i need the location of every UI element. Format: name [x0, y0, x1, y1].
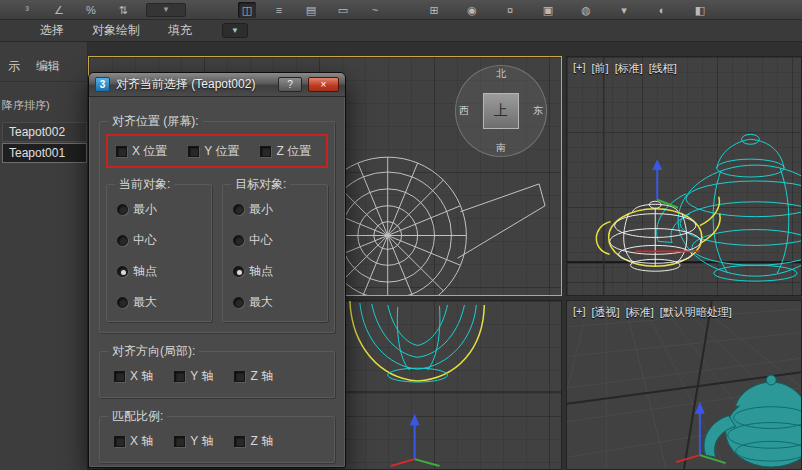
viewport-front[interactable]: [+] [前] [标准] [线框] — [566, 56, 802, 296]
populate-flyout-button[interactable]: ▼ — [222, 23, 248, 38]
checkbox-x-position[interactable]: X 位置 — [116, 143, 167, 160]
checkbox-x-axis-orientation[interactable]: X 轴 — [114, 368, 153, 385]
checkbox-label: Z 轴 — [250, 368, 273, 385]
target-object-label: 目标对象: — [231, 176, 290, 193]
close-button[interactable]: × — [308, 77, 339, 92]
current-object-group: 当前对象: 最小 中心 轴 — [106, 176, 212, 322]
menu-display[interactable]: 示 — [8, 58, 20, 75]
ribbon-toggle-icon[interactable]: ▭ — [334, 2, 352, 18]
radio-center-target[interactable]: 中心 — [233, 232, 321, 249]
match-scale-label: 匹配比例: — [108, 408, 167, 425]
checkbox-box — [114, 371, 125, 382]
checkbox-box — [260, 146, 271, 157]
selection-set-dropdown[interactable]: ▼ — [146, 3, 186, 17]
dialog-title: 对齐当前选择 (Teapot002) — [116, 76, 272, 93]
compass-west-label[interactable]: 西 — [459, 104, 469, 118]
perspective-view-canvas — [567, 301, 801, 469]
target-object-group: 目标对象: 最小 中心 轴 — [222, 176, 328, 322]
object-list: Teapot002 Teapot001 — [0, 122, 87, 163]
radio-maximum-target[interactable]: 最大 — [233, 294, 321, 311]
viewport-name-label[interactable]: [透视] — [592, 305, 620, 320]
percent-snap-icon[interactable]: % — [82, 2, 100, 18]
radio-label: 最小 — [133, 201, 157, 218]
checkbox-box — [174, 436, 185, 447]
orientation-checkbox-row: X 轴 Y 轴 Z 轴 — [106, 364, 328, 387]
checkbox-x-axis-scale[interactable]: X 轴 — [114, 433, 153, 450]
compass-south-label[interactable]: 南 — [496, 141, 506, 155]
radio-label: 轴点 — [133, 263, 157, 280]
checkbox-z-axis-scale[interactable]: Z 轴 — [234, 433, 273, 450]
radio-pivot-current[interactable]: 轴点 — [117, 263, 205, 280]
viewcube-compass[interactable]: 北 东 南 西 上 — [455, 65, 547, 157]
align-position-label: 对齐位置 (屏幕): — [108, 113, 203, 130]
sort-order-label: 降序排序) — [0, 82, 87, 121]
viewport-name-label[interactable]: [前] — [592, 61, 609, 76]
schematic-view-icon[interactable]: ⊞ — [425, 2, 443, 18]
radio-label: 最大 — [133, 294, 157, 311]
checkbox-y-position[interactable]: Y 位置 — [188, 143, 239, 160]
compass-east-label[interactable]: 东 — [533, 104, 543, 118]
render-flyout-icon[interactable]: ▾ — [615, 2, 633, 18]
align-orientation-group: 对齐方向(局部): X 轴 Y 轴 Z 轴 — [99, 343, 335, 398]
checkbox-y-axis-scale[interactable]: Y 轴 — [174, 433, 213, 450]
checkbox-label: Z 轴 — [250, 433, 273, 450]
radio-label: 最大 — [249, 294, 273, 311]
mirror-icon[interactable]: ◫ — [238, 2, 256, 18]
material-editor-icon[interactable]: ◉ — [463, 2, 481, 18]
render-icon[interactable]: ◍ — [577, 2, 595, 18]
spinner-snap-icon[interactable]: ⇅ — [114, 2, 132, 18]
checkbox-box — [234, 371, 245, 382]
radio-circle — [233, 204, 244, 215]
viewport-shading-label[interactable]: [默认明暗处理] — [660, 305, 732, 320]
layer-manager-icon[interactable]: ▤ — [302, 2, 320, 18]
radio-maximum-current[interactable]: 最大 — [117, 294, 205, 311]
radio-center-current[interactable]: 中心 — [117, 232, 205, 249]
align-icon[interactable]: ≡ — [270, 2, 288, 18]
checkbox-z-position[interactable]: Z 位置 — [260, 143, 311, 160]
checkbox-z-axis-orientation[interactable]: Z 轴 — [234, 368, 273, 385]
preferences-icon[interactable]: ◧ — [691, 2, 709, 18]
explorer-menubar: 示 编辑 — [0, 42, 87, 82]
radio-label: 轴点 — [249, 263, 273, 280]
viewcube-top-face[interactable]: 上 — [483, 93, 519, 129]
snaps-toggle-icon[interactable]: ³ — [18, 2, 36, 18]
rendered-frame-icon[interactable]: ▣ — [539, 2, 557, 18]
scale-checkbox-row: X 轴 Y 轴 Z 轴 — [106, 429, 328, 452]
viewport-menu-plus[interactable]: [+] — [573, 305, 586, 320]
list-item-teapot001[interactable]: Teapot001 — [2, 143, 87, 163]
checkbox-y-axis-orientation[interactable]: Y 轴 — [174, 368, 213, 385]
dialog-titlebar[interactable]: 3 对齐当前选择 (Teapot002) ? × — [89, 73, 345, 97]
align-dialog: 3 对齐当前选择 (Teapot002) ? × 对齐位置 (屏幕): X 位置… — [88, 72, 346, 468]
viewport-perspective[interactable]: [+] [透视] [标准] [默认明暗处理] — [566, 300, 802, 470]
radio-label: 中心 — [249, 232, 273, 249]
help-button[interactable]: ? — [278, 77, 302, 92]
menu-edit[interactable]: 编辑 — [36, 58, 60, 75]
viewport-standard-label[interactable]: [标准] — [615, 61, 643, 76]
checkbox-label: X 位置 — [132, 143, 167, 160]
checkbox-box — [174, 371, 185, 382]
radio-minimum-current[interactable]: 最小 — [117, 201, 205, 218]
dialog-button-row: 应用 确定 取消 — [99, 463, 335, 470]
front-view-wireframe — [567, 57, 801, 295]
radio-circle — [117, 297, 128, 308]
angle-snap-icon[interactable]: ∠ — [50, 2, 68, 18]
checkbox-label: Y 轴 — [190, 433, 213, 450]
viewport-standard-label[interactable]: [标准] — [626, 305, 654, 320]
curve-editor-icon[interactable]: ~ — [366, 2, 384, 18]
list-item-teapot002[interactable]: Teapot002 — [2, 122, 87, 142]
viewport-menu-plus[interactable]: [+] — [573, 61, 586, 76]
tab-populate[interactable]: 填充 — [154, 20, 206, 41]
compass-north-label[interactable]: 北 — [496, 67, 506, 81]
radio-minimum-target[interactable]: 最小 — [233, 201, 321, 218]
viewport-label-bar: [+] [前] [标准] [线框] — [573, 61, 677, 76]
render-setup-icon[interactable]: ¤ — [501, 2, 519, 18]
tab-select[interactable]: 选择 — [26, 20, 78, 41]
tab-object-paint[interactable]: 对象绘制 — [78, 20, 154, 41]
radio-circle-selected — [233, 266, 244, 277]
lighting-icon[interactable]: ◐ — [653, 2, 671, 18]
viewport-shading-label[interactable]: [线框] — [649, 61, 677, 76]
edit-toolbar-group: ◫ ≡ ▤ ▭ ~ — [238, 1, 384, 19]
radio-circle — [117, 204, 128, 215]
radio-pivot-target[interactable]: 轴点 — [233, 263, 321, 280]
chevron-down-icon: ▼ — [231, 26, 239, 35]
